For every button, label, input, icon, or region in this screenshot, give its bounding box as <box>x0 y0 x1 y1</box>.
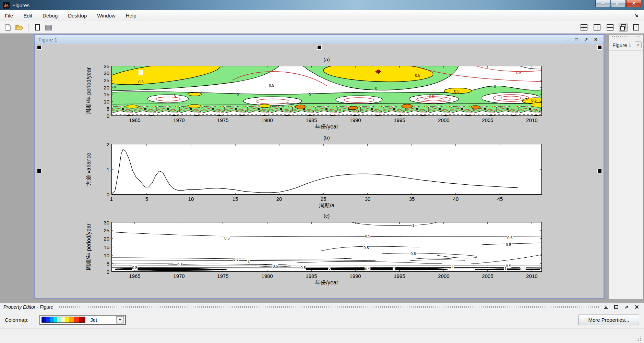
figure-titlebar[interactable]: Figure 1 – □ ↗ ✕ <box>35 35 604 44</box>
os-close-button[interactable]: ✕ <box>626 0 641 7</box>
property-editor-header[interactable]: Property Editor - Figure <box>0 303 644 311</box>
subplot-b-line-plot[interactable] <box>111 144 542 195</box>
tile-grid-icon[interactable] <box>580 23 588 32</box>
maximize-tile-icon[interactable] <box>632 23 641 32</box>
subplot-c[interactable]: (c) 周期/年 period/year <box>111 222 542 272</box>
axis-or-contour-label: 30 <box>365 196 371 202</box>
cascade-windows-button[interactable] <box>619 23 628 32</box>
subplot-c-ylabel: 周期/年 period/year <box>85 223 93 270</box>
menubar-corner-arrow-icon[interactable] <box>634 14 639 18</box>
colormap-dropdown-button[interactable] <box>116 316 124 323</box>
axis-or-contour-label: 15 <box>104 91 109 97</box>
axis-or-contour-label: 20 <box>276 196 282 202</box>
subplot-b[interactable]: (b) 方差 variance 012 151015202530354045 周… <box>111 144 542 195</box>
figure-minimize-button[interactable]: – <box>567 37 569 42</box>
figure-undock-button[interactable]: ↗ <box>584 37 588 42</box>
axis-or-contour-label: 2 <box>107 142 109 147</box>
subplot-a-title: (a) <box>111 57 542 62</box>
selection-handle[interactable] <box>598 46 601 49</box>
menu-edit[interactable]: Edit <box>23 13 32 19</box>
status-area <box>0 329 644 343</box>
subplot-b-title: (b) <box>111 135 542 140</box>
panel-close-button[interactable]: × <box>635 41 642 48</box>
menu-bar: FileEditDebugDesktopWindowHelp <box>0 10 644 21</box>
axis-or-contour-label: 1970 <box>173 117 184 123</box>
axis-or-contour-label: 2005 <box>482 273 493 279</box>
subplot-a-yticks: 05101520253035 <box>98 66 110 116</box>
jet-colormap-swatch <box>41 317 85 323</box>
maximize-panel-icon[interactable] <box>614 305 619 309</box>
axis-or-contour-label: 10 <box>188 196 194 202</box>
os-titlebar[interactable]: Figures – ✕ <box>0 0 644 10</box>
matlab-logo-icon <box>3 2 10 9</box>
colormap-value: Jet <box>90 317 97 323</box>
axis-or-contour-label: 25 <box>321 196 326 202</box>
axis-or-contour-label: 40 <box>453 196 459 202</box>
subplot-c-xticks: 1965197019751980198519901995200020052010 <box>111 272 542 279</box>
selection-handle[interactable] <box>598 169 601 173</box>
axis-or-contour-label: 1975 <box>217 117 228 123</box>
undock-panel-icon[interactable] <box>624 305 629 309</box>
undock-window-icon[interactable] <box>33 23 42 32</box>
property-editor-body: Colormap: Jet More Properties... <box>0 311 644 329</box>
os-restore-button[interactable] <box>611 0 626 7</box>
axis-or-contour-label: 1990 <box>349 273 361 279</box>
axis-or-contour-label: 10 <box>104 253 109 258</box>
close-panel-icon[interactable] <box>634 305 639 309</box>
more-properties-button[interactable]: More Properties... <box>578 315 639 325</box>
axis-or-contour-label: 1995 <box>394 273 405 279</box>
figure-maximize-button[interactable]: □ <box>575 37 578 42</box>
axis-or-contour-label: 15 <box>104 244 109 250</box>
os-minimize-button[interactable]: – <box>595 0 610 7</box>
panel-drag-handle[interactable] <box>611 36 641 39</box>
axis-or-contour-label: 2010 <box>526 117 537 123</box>
axis-or-contour-label: 1995 <box>394 117 405 123</box>
axis-or-contour-label: 1 <box>110 196 113 202</box>
axis-or-contour-label: 30 <box>104 70 109 76</box>
selection-handle[interactable] <box>37 169 41 173</box>
axis-or-contour-label: 1985 <box>306 117 317 123</box>
selection-handle[interactable] <box>318 46 321 49</box>
figure-panel-tab[interactable]: Figure 1 × <box>609 39 643 51</box>
axis-or-contour-label: 2005 <box>482 117 493 123</box>
axis-or-contour-label: 10 <box>104 99 109 105</box>
resize-grip[interactable] <box>636 336 641 341</box>
menu-help[interactable]: Help <box>126 13 136 19</box>
axis-or-contour-label: 2000 <box>438 273 449 279</box>
figure-canvas[interactable]: (a) 周期/年 period/year <box>35 44 604 298</box>
subplot-c-yticks: 051015202530 <box>98 222 110 272</box>
new-document-icon[interactable] <box>3 23 12 32</box>
menu-debug[interactable]: Debug <box>43 13 58 19</box>
colormap-combobox[interactable]: Jet <box>39 315 126 325</box>
figure-close-button[interactable]: ✕ <box>594 37 598 42</box>
subplot-c-contour-plot[interactable] <box>111 222 542 272</box>
axis-or-contour-label: 45 <box>497 196 503 202</box>
figure-title: Figure 1 <box>38 37 57 42</box>
figure-window-controls: – □ ↗ ✕ <box>567 37 600 42</box>
window-title: Figures <box>12 2 29 8</box>
axis-or-contour-label: 30 <box>104 220 109 225</box>
toolbar-separator <box>28 24 28 31</box>
property-editor-drag-handle[interactable] <box>58 306 599 308</box>
axis-or-contour-label: 5 <box>145 196 148 202</box>
tile-columns-icon[interactable] <box>593 23 601 32</box>
selection-handle[interactable] <box>37 46 41 49</box>
menu-file[interactable]: File <box>5 13 13 19</box>
axis-or-contour-label: 5 <box>107 106 109 112</box>
axis-or-contour-label: 20 <box>104 85 109 90</box>
open-file-icon[interactable] <box>15 23 24 32</box>
collapse-panel-icon[interactable] <box>604 305 608 309</box>
subplot-a[interactable]: (a) 周期/年 period/year <box>111 66 542 116</box>
subplot-b-ylabel: 方差 variance <box>85 153 93 186</box>
axis-or-contour-label: 35 <box>104 63 109 69</box>
dock-window-icon[interactable] <box>44 23 53 32</box>
tile-rows-icon[interactable] <box>606 23 615 32</box>
axis-or-contour-label: 2010 <box>526 273 537 279</box>
menu-window[interactable]: Window <box>97 13 115 19</box>
menu-desktop[interactable]: Desktop <box>68 13 87 19</box>
axis-or-contour-label: 35 <box>409 196 415 202</box>
axis-or-contour-label: 1975 <box>217 273 228 279</box>
subplot-a-contour-plot[interactable] <box>111 66 542 116</box>
axis-or-contour-label: 1980 <box>261 273 273 279</box>
subplot-b-xticks: 151015202530354045 <box>111 195 542 202</box>
